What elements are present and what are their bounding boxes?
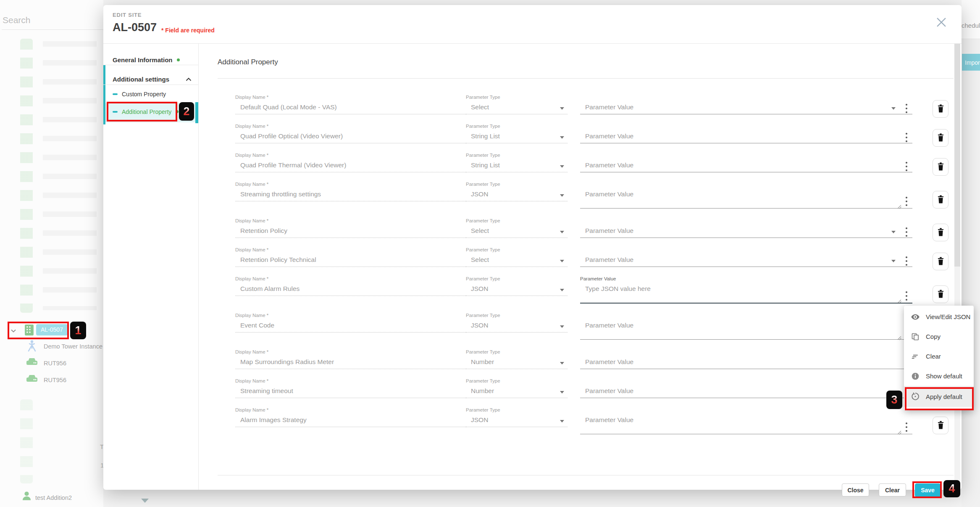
field-underline [580,208,912,209]
menu-item-clear[interactable]: Clear [904,346,974,366]
parameter-type-field[interactable]: Parameter TypeString List [466,153,568,182]
close-button[interactable]: Close [842,483,869,496]
menu-item-view-edit-json[interactable]: View/Edit JSON [904,307,974,327]
required-fields-note: * Field are required [161,27,215,34]
kebab-menu-icon[interactable] [903,256,910,266]
parameter-value-field[interactable]: Parameter Value [580,349,912,378]
nav-item-general-information[interactable]: General Information [113,56,180,63]
chevron-down-icon[interactable] [560,231,564,233]
display-name-value: Default Quad (Local Mode - VAS) [240,103,337,111]
tree-item[interactable]: Demo Tower Instance T [44,343,108,350]
chevron-down-icon[interactable] [560,420,564,422]
chevron-down-icon[interactable] [891,260,896,262]
kebab-menu-icon[interactable] [903,197,910,206]
display-name-value: Streaming throttling settings [240,190,321,198]
parameter-value-input[interactable]: Parameter Value [585,190,633,198]
delete-row-button[interactable] [933,285,948,303]
field-underline [466,296,568,296]
close-icon[interactable] [932,14,948,31]
parameter-value-input[interactable]: Parameter Value [585,416,633,424]
chevron-down-icon[interactable] [891,231,896,233]
parameter-type-field[interactable]: Parameter TypeString List [466,124,568,153]
screen: Search chedule Impor AL-0507 Demo Tower … [0,0,980,507]
delete-row-button[interactable] [933,129,948,147]
tree-item-test-addition2[interactable]: test Addition2 [35,494,72,501]
clear-button[interactable]: Clear [879,483,906,496]
parameter-value-field[interactable]: Parameter ValueType JSON value here [580,276,912,313]
delete-row-button[interactable] [933,417,948,434]
parameter-value-field[interactable]: Parameter Value [580,95,912,124]
annotation-badge-4: 4 [943,480,960,497]
parameter-value-input[interactable]: Parameter Value [585,358,633,366]
modal-eyebrow: EDIT SITE [113,12,142,18]
kebab-menu-icon[interactable] [903,422,910,432]
resize-handle-icon[interactable] [897,203,901,211]
parameter-type-field[interactable]: Parameter TypeJSON [466,276,568,313]
parameter-type-field[interactable]: Parameter TypeSelect [466,247,568,276]
kebab-menu-icon[interactable] [903,291,910,301]
chevron-down-icon[interactable] [560,325,564,328]
delete-row-button[interactable] [933,224,948,241]
delete-row-button[interactable] [933,253,948,270]
chevron-down-icon[interactable] [891,107,896,110]
parameter-value-input[interactable]: Type JSON value here [585,285,651,293]
parameter-type-field[interactable]: Parameter TypeJSON [466,313,568,349]
parameter-type-field[interactable]: Parameter TypeNumber [466,378,568,407]
parameter-value-input[interactable]: Parameter Value [585,322,633,329]
chevron-down-icon[interactable] [560,289,564,291]
annotation-badge-3: 3 [886,391,902,409]
chevron-down-icon[interactable] [560,194,564,197]
parameter-type-field[interactable]: Parameter TypeJSON [466,407,568,444]
import-button[interactable]: Impor [962,54,980,71]
parameter-value-field[interactable]: Parameter Value [580,124,912,153]
kebab-menu-icon[interactable] [903,227,910,237]
delete-row-button[interactable] [933,100,948,118]
parameter-value-field[interactable]: Parameter Value [580,218,912,247]
parameter-value-field[interactable]: Parameter Value [580,182,912,218]
tree-item[interactable]: RUT956 [44,360,66,367]
field-underline [580,369,912,369]
resize-handle-icon[interactable] [897,334,901,342]
tree-item[interactable]: RUT956 [44,377,66,383]
chevron-down-icon[interactable] [560,136,564,139]
kebab-menu-icon[interactable] [903,133,910,142]
chevron-down-icon[interactable] [560,165,564,168]
resize-handle-icon[interactable] [897,298,901,305]
chevron-down-icon[interactable] [560,362,564,364]
parameter-value-input[interactable]: Parameter Value [585,387,633,395]
parameter-value-field[interactable]: Parameter Value [580,407,912,444]
delete-row-button[interactable] [933,191,948,209]
nav-section-additional-settings[interactable]: Additional settings [113,76,169,83]
parameter-value-input[interactable]: Parameter Value [585,103,633,111]
kebab-menu-icon[interactable] [903,104,910,113]
trash-icon [937,104,945,114]
parameter-value-input[interactable]: Parameter Value [585,161,633,169]
parameter-value-input[interactable]: Parameter Value [585,256,633,264]
parameter-type-field[interactable]: Parameter TypeSelect [466,95,568,124]
menu-item-copy[interactable]: Copy [904,327,974,346]
complete-dot-icon [177,58,180,61]
parameter-value-field[interactable]: Parameter Value [580,247,912,276]
parameter-value-input[interactable]: Parameter Value [585,227,633,235]
nav-section-label: Additional settings [113,76,169,83]
display-name-value: Streaming timeout [240,387,293,395]
delete-row-button[interactable] [933,158,948,176]
display-name-label: Display Name * [235,349,268,354]
chevron-down-icon[interactable] [560,391,564,393]
parameter-type-field[interactable]: Parameter TypeNumber [466,349,568,378]
parameter-type-label: Parameter Type [466,182,500,187]
scrollbar-thumb[interactable] [954,44,960,267]
chevron-down-icon[interactable] [560,260,564,262]
parameter-type-field[interactable]: Parameter TypeJSON [466,182,568,218]
resize-handle-icon[interactable] [897,429,901,436]
parameter-value-input[interactable]: Parameter Value [585,132,633,140]
chevron-down-icon[interactable] [560,107,564,110]
menu-item-show-default[interactable]: Show default [904,366,974,386]
parameter-value-field[interactable]: Parameter Value [580,378,912,407]
parameter-value-field[interactable]: Parameter Value [580,313,912,349]
search-input[interactable]: Search [3,15,31,25]
field-underline [580,339,912,340]
parameter-value-field[interactable]: Parameter Value [580,153,912,182]
parameter-type-field[interactable]: Parameter TypeSelect [466,218,568,247]
kebab-menu-icon[interactable] [903,162,910,171]
